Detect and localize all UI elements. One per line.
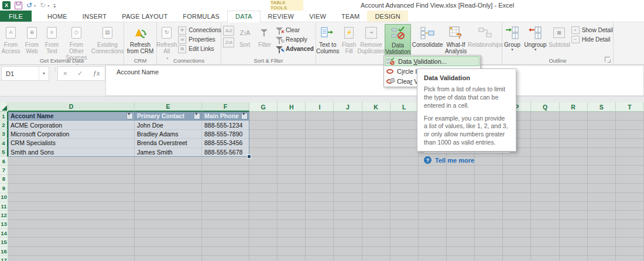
empty-cell[interactable] [278,193,306,202]
empty-cell[interactable] [278,256,306,261]
empty-cell[interactable] [135,229,202,238]
empty-cell[interactable] [475,220,503,229]
empty-cell[interactable] [8,157,135,166]
empty-cell[interactable] [560,175,588,184]
empty-cell[interactable] [588,148,616,157]
empty-cell[interactable] [588,139,616,147]
empty-cell[interactable] [560,202,588,211]
empty-cell[interactable] [202,175,249,184]
empty-cell[interactable] [588,202,616,211]
empty-cell[interactable] [419,229,447,238]
empty-cell[interactable] [419,211,447,219]
empty-cell[interactable] [306,175,334,184]
empty-cell[interactable] [475,211,503,219]
menu-item-data-validation[interactable]: Data Validation... [385,56,479,66]
empty-cell[interactable] [8,220,135,229]
formula-input[interactable]: Account Name [105,65,644,96]
empty-cell[interactable] [419,256,447,261]
empty-cell[interactable] [560,112,588,121]
empty-cell[interactable] [390,238,419,246]
empty-cell[interactable] [278,157,306,166]
empty-cell[interactable] [202,166,249,174]
empty-cell[interactable] [531,148,559,157]
empty-cell[interactable] [475,166,503,174]
empty-cell[interactable] [503,211,531,219]
column-header-G[interactable]: G [249,102,278,112]
empty-cell[interactable] [616,247,644,256]
table-header-cell[interactable]: Main Phone [202,112,249,121]
empty-cell[interactable] [390,184,419,193]
row-header-2[interactable]: 2 [0,121,8,129]
empty-cell[interactable] [278,202,306,211]
clear-filter-button[interactable]: ✕Clear [275,26,314,35]
row-header-1[interactable]: 1 [0,112,8,121]
empty-cell[interactable] [503,220,531,229]
empty-cell[interactable] [560,130,588,139]
fill-handle[interactable] [247,154,251,159]
empty-cell[interactable] [531,157,559,166]
table-header-cell[interactable]: Primary Contact [135,112,202,121]
tab-team[interactable]: TEAM [334,11,367,22]
empty-cell[interactable] [447,193,475,202]
empty-cell[interactable] [531,202,559,211]
empty-cell[interactable] [249,112,278,121]
empty-cell[interactable] [202,229,249,238]
empty-cell[interactable] [249,211,278,219]
row-header-5[interactable]: 5 [0,148,8,157]
empty-cell[interactable] [278,238,306,246]
table-cell[interactable]: 888-555-7890 [202,130,249,139]
empty-cell[interactable] [8,202,135,211]
empty-cell[interactable] [419,166,447,174]
empty-cell[interactable] [390,193,419,202]
empty-cell[interactable] [362,220,390,229]
table-cell[interactable]: ACME Corporation [8,121,135,129]
empty-cell[interactable] [362,184,390,193]
empty-cell[interactable] [249,139,278,147]
empty-cell[interactable] [135,184,202,193]
empty-cell[interactable] [447,166,475,174]
empty-cell[interactable] [334,256,362,261]
empty-cell[interactable] [503,175,531,184]
empty-cell[interactable] [588,184,616,193]
empty-cell[interactable] [306,256,334,261]
advanced-filter-button[interactable]: ✎Advanced [275,44,314,53]
empty-cell[interactable] [334,121,362,129]
empty-cell[interactable] [249,247,278,256]
empty-cell[interactable] [135,193,202,202]
empty-cell[interactable] [306,247,334,256]
empty-cell[interactable] [531,121,559,129]
empty-cell[interactable] [531,238,559,246]
empty-cell[interactable] [306,229,334,238]
row-header-9[interactable]: 9 [0,184,8,193]
tell-me-more-link[interactable]: ? Tell me more [424,156,509,164]
empty-cell[interactable] [362,130,390,139]
empty-cell[interactable] [8,175,135,184]
row-header-6[interactable]: 6 [0,157,8,166]
empty-cell[interactable] [447,220,475,229]
empty-cell[interactable] [249,175,278,184]
empty-cell[interactable] [249,202,278,211]
empty-cell[interactable] [202,202,249,211]
empty-cell[interactable] [278,184,306,193]
empty-cell[interactable] [135,157,202,166]
empty-cell[interactable] [334,247,362,256]
empty-cell[interactable] [278,130,306,139]
empty-cell[interactable] [306,220,334,229]
table-cell[interactable]: 888-555-5678 [202,148,249,157]
save-icon[interactable] [15,2,22,9]
empty-cell[interactable] [390,139,419,147]
tab-review[interactable]: REVIEW [261,11,302,22]
empty-cell[interactable] [249,184,278,193]
column-header-Q[interactable]: Q [531,102,559,112]
empty-cell[interactable] [306,112,334,121]
filter-dropdown-icon[interactable] [241,113,248,119]
empty-cell[interactable] [249,157,278,166]
empty-cell[interactable] [616,220,644,229]
empty-cell[interactable] [503,184,531,193]
empty-cell[interactable] [249,166,278,174]
tab-formulas[interactable]: FORMULAS [175,11,227,22]
table-header-cell[interactable]: Account Name [8,112,135,121]
empty-cell[interactable] [278,220,306,229]
column-header-E[interactable]: E [135,102,202,112]
empty-cell[interactable] [334,166,362,174]
